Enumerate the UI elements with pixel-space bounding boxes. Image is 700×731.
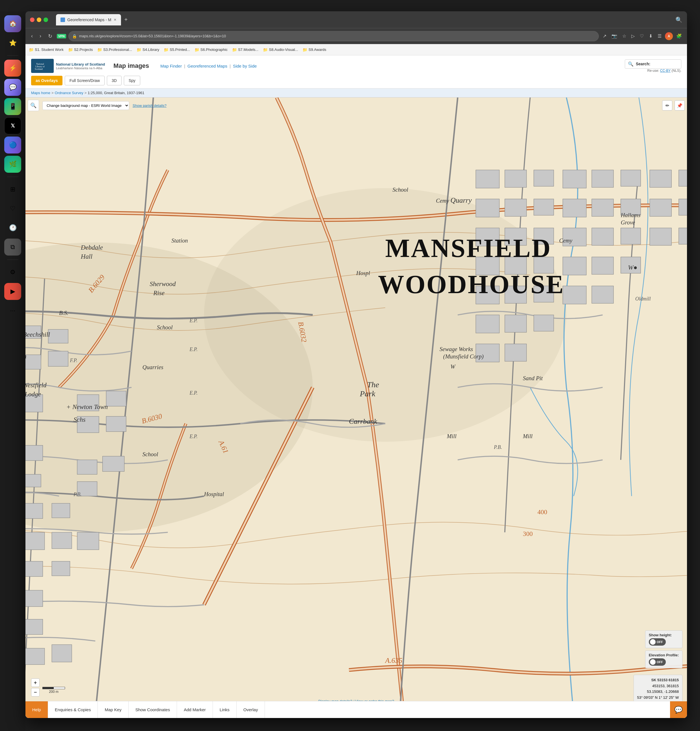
- maximize-button[interactable]: [44, 18, 48, 22]
- close-button[interactable]: [30, 18, 34, 22]
- sidebar-icon-dots[interactable]: ···: [4, 302, 21, 319]
- extensions-button[interactable]: 🧩: [675, 32, 684, 40]
- tab-favicon: [60, 18, 65, 22]
- folder-icon-2: 📁: [68, 47, 73, 52]
- breadcrumb-home[interactable]: Maps home: [31, 91, 50, 95]
- new-tab-button[interactable]: +: [122, 15, 130, 24]
- download-button[interactable]: ⬇: [647, 32, 654, 40]
- bookmarks-bar: 📁 S1. Student Work 📁 S2.Projects 📁 S3.Pr…: [25, 44, 687, 56]
- spy-button[interactable]: Spy: [124, 76, 140, 85]
- coord-os: 453153, 361815: [637, 683, 679, 689]
- elevation-toggle[interactable]: OFF: [649, 658, 666, 666]
- show-height-label: Show height:: [649, 633, 679, 637]
- overlay-button[interactable]: Overlay: [237, 701, 265, 718]
- bookmark-s6[interactable]: 📁 S6.Photographic: [195, 47, 227, 52]
- map-search-button[interactable]: 🔍: [28, 100, 39, 111]
- svg-text:(Munsfield Corp): (Munsfield Corp): [443, 353, 484, 360]
- enquiries-button[interactable]: Enquiries & Copies: [48, 701, 98, 718]
- show-height-control: Show height: OFF: [645, 630, 682, 648]
- bookmark-label-8: S8.Audio-Visual...: [269, 47, 298, 52]
- browser-search-icon[interactable]: 🔍: [675, 16, 682, 23]
- coord-lat: 53.15083, -1.20668: [637, 689, 679, 695]
- zoom-out-button[interactable]: −: [31, 688, 40, 697]
- nav-map-finder[interactable]: Map Finder: [160, 64, 182, 68]
- 3d-button[interactable]: 3D: [107, 76, 122, 85]
- zoom-in-button[interactable]: +: [31, 678, 40, 687]
- active-tab[interactable]: Georeferenced Maps - M ✕: [56, 14, 121, 25]
- sidebar-icon-star[interactable]: ⭐: [4, 34, 21, 51]
- svg-text:School: School: [157, 324, 173, 330]
- svg-text:Westfield: Westfield: [25, 381, 47, 389]
- breadcrumb-survey[interactable]: Ordnance Survey: [55, 91, 84, 95]
- sidebar-icon-msg[interactable]: 💬: [4, 79, 21, 96]
- sidebar-icon-settings[interactable]: ⚙: [4, 264, 21, 281]
- help-button[interactable]: Help: [25, 701, 48, 718]
- svg-rect-43: [25, 619, 43, 635]
- clock-icon: 🕐: [9, 224, 17, 232]
- svg-rect-62: [621, 199, 641, 216]
- sidebar-icon-clock[interactable]: 🕐: [4, 219, 21, 236]
- links-button[interactable]: Links: [213, 701, 237, 718]
- svg-text:Sherwood: Sherwood: [150, 280, 176, 288]
- play-button[interactable]: ▷: [630, 32, 636, 40]
- bookmark-s3[interactable]: 📁 S3.Professional...: [97, 47, 132, 52]
- tab-close-button[interactable]: ✕: [114, 18, 116, 22]
- nav-side-by-side[interactable]: Side by Side: [233, 64, 257, 68]
- reload-button[interactable]: ↻: [46, 31, 54, 41]
- show-coordinates-button[interactable]: Show Coordinates: [129, 701, 177, 718]
- sidebar-icon-blue[interactable]: 🔵: [4, 137, 21, 154]
- camera-button[interactable]: 📷: [610, 32, 619, 40]
- profile-icon[interactable]: A: [665, 32, 673, 40]
- minimize-button[interactable]: [37, 18, 41, 22]
- share-button[interactable]: ↗: [601, 32, 608, 40]
- bookmark-s5[interactable]: 📁 S5.Printed...: [164, 47, 190, 52]
- nls-search-box[interactable]: 🔍 Search:: [625, 59, 681, 69]
- menu-button[interactable]: ☰: [656, 32, 663, 40]
- settings-icon: ⚙: [10, 269, 16, 276]
- add-marker-button[interactable]: Add Marker: [177, 701, 213, 718]
- pin-icon-button[interactable]: 📌: [675, 100, 685, 110]
- sidebar-icon-youtube[interactable]: ▶: [4, 283, 21, 300]
- sidebar-icon-home[interactable]: 🏠: [4, 15, 21, 32]
- as-overlays-button[interactable]: as Overlays: [31, 76, 63, 85]
- search-label: Search:: [636, 62, 650, 66]
- map-container[interactable]: 300 300 400: [25, 97, 687, 713]
- nls-search-area: 🔍 Search: Re-use: CC-BY (NLS).: [625, 59, 681, 73]
- elevation-toggle-off-label: OFF: [657, 661, 663, 664]
- bookmark-label-9: S9.Awards: [308, 47, 326, 52]
- svg-rect-27: [77, 460, 97, 474]
- sidebar-icon-spark[interactable]: ⚡: [4, 60, 21, 76]
- svg-rect-68: [534, 228, 553, 244]
- background-map-select[interactable]: Change background map - ESRI World Image…: [43, 101, 129, 110]
- sidebar-icon-layers[interactable]: ⧉: [4, 239, 21, 255]
- toggle-off-label: OFF: [657, 640, 663, 644]
- nav-georef[interactable]: Georeferenced Maps: [188, 64, 227, 68]
- bookmark-label-3: S3.Professional...: [103, 47, 132, 52]
- sidebar-icon-wa[interactable]: 📱: [4, 98, 21, 115]
- bookmark-s1[interactable]: 📁 S1. Student Work: [29, 47, 64, 52]
- parish-link[interactable]: Show parish details?: [133, 103, 167, 108]
- bookmark-s7[interactable]: 📁 S7.Models...: [232, 47, 258, 52]
- sidebar-icon-grid[interactable]: ⊞: [4, 181, 21, 198]
- svg-rect-87: [534, 315, 553, 331]
- full-screen-button[interactable]: Full Screen/Draw: [65, 76, 104, 85]
- back-button[interactable]: ‹: [29, 31, 35, 41]
- favorite-button[interactable]: ♡: [638, 32, 646, 40]
- sidebar-icon-x[interactable]: 𝕏: [4, 117, 21, 134]
- address-bar[interactable]: 🔒 maps.nls.uk/geo/explore/#zoom=15.0&lat…: [68, 31, 599, 41]
- svg-text:300: 300: [523, 530, 533, 537]
- edit-icon-button[interactable]: ✏: [662, 100, 672, 110]
- chat-button[interactable]: 💬: [670, 701, 687, 718]
- sidebar-icon-heart[interactable]: ♡: [4, 200, 21, 217]
- bookmark-s8[interactable]: 📁 S8.Audio-Visual...: [263, 47, 298, 52]
- forward-button[interactable]: ›: [37, 31, 44, 41]
- svg-text:Quarry: Quarry: [451, 196, 472, 204]
- map-key-button[interactable]: Map Key: [98, 701, 128, 718]
- bookmark-button[interactable]: ☆: [621, 32, 628, 40]
- cc-by-link[interactable]: CC-BY: [660, 69, 671, 73]
- bookmark-s9[interactable]: 📁 S9.Awards: [302, 47, 326, 52]
- sidebar-icon-green[interactable]: 🌿: [4, 156, 21, 173]
- bookmark-s4[interactable]: 📁 S4.Library: [136, 47, 159, 52]
- bookmark-s2[interactable]: 📁 S2.Projects: [68, 47, 93, 52]
- show-height-toggle[interactable]: OFF: [649, 638, 666, 646]
